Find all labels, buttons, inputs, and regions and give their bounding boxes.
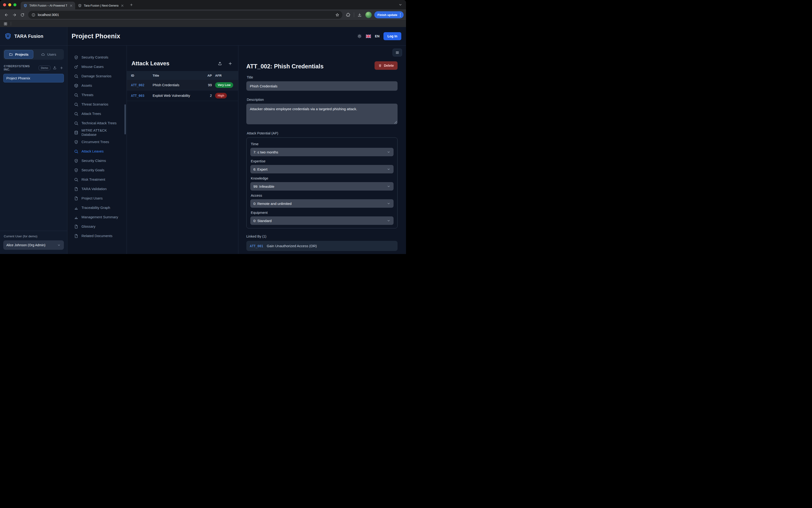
nav-item-glossary[interactable]: Glossary xyxy=(67,222,127,231)
nav-item-management-summary[interactable]: Management Summary xyxy=(67,213,127,222)
nav-item-threats[interactable]: Threats xyxy=(67,90,127,100)
chevron-down-icon xyxy=(387,184,390,188)
language-label[interactable]: EN xyxy=(375,34,379,38)
main-column: Project Phoenix E xyxy=(67,27,406,254)
nav-item-project-users[interactable]: Project Users xyxy=(67,194,127,203)
file-icon xyxy=(74,196,79,201)
detail-heading: ATT_002: Phish Credentials xyxy=(246,63,324,70)
nav-item-attack-leaves[interactable]: Attack Leaves xyxy=(67,147,127,156)
nav-item-attack-trees[interactable]: Attack Trees xyxy=(67,109,127,118)
column-header-title: Title xyxy=(153,74,200,77)
plus-icon xyxy=(130,3,133,7)
nav-item-related-documents[interactable]: Related Documents xyxy=(67,231,127,241)
organization-row: CYBERSYSTEMS INC. Demo xyxy=(4,65,63,71)
organization-name: CYBERSYSTEMS INC. xyxy=(4,65,36,71)
chevron-down-icon xyxy=(387,219,390,222)
zoom-window-button[interactable] xyxy=(13,3,16,6)
tab-search-chevron-icon[interactable] xyxy=(398,3,402,7)
nav-item-assets[interactable]: Assets xyxy=(67,81,127,90)
add-project-icon[interactable] xyxy=(60,66,63,70)
detail-panel: ATT_002: Phish Credentials Delete Title … xyxy=(238,46,406,254)
attack-leaves-table: IDTitleAPAFR ATT_002Phish Credentials99V… xyxy=(127,71,238,101)
nav-item-risk-treatment[interactable]: Risk Treatment xyxy=(67,175,127,184)
search-icon xyxy=(74,93,79,97)
table-row-att-002[interactable]: ATT_002Phish Credentials99Very Low xyxy=(127,80,238,90)
select-equipment[interactable]: 0: Standard xyxy=(250,216,393,225)
nav-item-technical-attack-trees[interactable]: Technical Attack Trees xyxy=(67,118,127,128)
nav-item-label: Security Claims xyxy=(82,159,106,163)
select-value: 99: Infeasible xyxy=(253,184,274,188)
nav-item-security-controls[interactable]: Security Controls xyxy=(67,53,127,62)
select-access[interactable]: 0: Remote and unlimited xyxy=(250,199,393,208)
export-icon[interactable] xyxy=(53,66,57,70)
select-knowledge[interactable]: 99: Infeasible xyxy=(250,182,393,190)
tab-close-icon[interactable] xyxy=(69,4,73,7)
close-window-button[interactable] xyxy=(3,3,6,6)
bar-chart-icon xyxy=(74,206,79,210)
bookmark-star-icon[interactable] xyxy=(335,13,340,17)
nav-item-threat-scenarios[interactable]: Threat Scenarios xyxy=(67,100,127,109)
new-tab-button[interactable] xyxy=(128,2,134,8)
login-button[interactable]: Log In xyxy=(383,32,401,40)
nav-item-security-claims[interactable]: Security Claims xyxy=(67,156,127,166)
tab-close-icon[interactable] xyxy=(121,4,124,7)
finish-update-button[interactable]: Finish update xyxy=(374,11,404,18)
toggle-users[interactable]: Users xyxy=(35,50,63,59)
minimize-window-button[interactable] xyxy=(8,3,11,6)
browser-window: TARA Fusion – AI-Powered Th Tara-Fusion … xyxy=(0,0,406,254)
nav-item-tara-validation[interactable]: TARA Validation xyxy=(67,184,127,194)
nav-item-damage-scenarios[interactable]: Damage Scenarios xyxy=(67,72,127,81)
sidebar-item-project-phoenix[interactable]: Project Phoenix xyxy=(3,74,64,82)
current-user-select[interactable]: Alice Johnson (Org Admin) xyxy=(3,240,64,250)
nav-item-label: Attack Trees xyxy=(82,112,101,116)
site-info-icon[interactable] xyxy=(32,13,36,17)
linked-item-att-001[interactable]: ATT_001Gain Unauthorized Access (OR) xyxy=(246,241,397,251)
app-logo: TARA Fusion xyxy=(0,27,67,46)
address-bar[interactable]: localhost:3001 xyxy=(28,11,342,19)
current-user-label: Current User (for demo) xyxy=(4,235,63,238)
back-button[interactable] xyxy=(2,11,10,19)
reload-button[interactable] xyxy=(18,11,26,19)
extensions-button[interactable] xyxy=(344,11,352,19)
table-row-att-003[interactable]: ATT_003Exploit Web Vulnerability2High xyxy=(127,90,238,101)
bar-chart-icon xyxy=(74,215,79,219)
downloads-button[interactable] xyxy=(356,11,364,19)
browser-tab-inactive[interactable]: Tara-Fusion | Next-Generatio xyxy=(75,2,126,9)
nav-item-mitre-att-ck-database[interactable]: MITRE ATT&CK Database xyxy=(67,128,127,137)
nav-item-label: Threat Scenarios xyxy=(82,102,108,107)
description-textarea[interactable]: Attacker obtains employee credentials vi… xyxy=(246,103,397,124)
browser-menu-icon[interactable] xyxy=(398,12,403,17)
select-expertise[interactable]: 6: Expert xyxy=(250,165,393,173)
browser-tab-active[interactable]: TARA Fusion – AI-Powered Th xyxy=(21,2,75,9)
file-icon xyxy=(74,234,79,238)
field-label-expertise: Expertise xyxy=(251,159,393,163)
nav-item-label: Assets xyxy=(82,83,92,88)
apps-grid-icon[interactable] xyxy=(3,22,7,26)
title-input[interactable]: Phish Credentials xyxy=(246,81,397,91)
menu-button[interactable] xyxy=(393,49,402,56)
linked-item-text: Gain Unauthorized Access (OR) xyxy=(267,244,317,248)
nav-item-security-goals[interactable]: Security Goals xyxy=(67,166,127,175)
nav-item-label: Damage Scenarios xyxy=(82,74,111,78)
puzzle-icon xyxy=(346,13,350,17)
add-attack-leaf-icon[interactable] xyxy=(228,61,233,66)
table-header: IDTitleAPAFR xyxy=(127,71,238,80)
uk-flag-icon[interactable] xyxy=(366,35,371,38)
shield-logo-icon xyxy=(4,33,11,40)
delete-button[interactable]: Delete xyxy=(375,61,397,70)
export-icon[interactable] xyxy=(218,61,222,66)
select-time[interactable]: 7: ≤ two months xyxy=(250,148,393,156)
nav-item-circumvent-trees[interactable]: Circumvent Trees xyxy=(67,137,127,147)
toggle-projects[interactable]: Projects xyxy=(4,50,33,59)
toggle-projects-label: Projects xyxy=(15,53,29,56)
forward-button[interactable] xyxy=(10,11,18,19)
nav-scrollbar[interactable] xyxy=(125,104,126,134)
select-value: 7: ≤ two months xyxy=(253,150,278,154)
column-header-ap: AP xyxy=(200,74,212,77)
nav-item-traceability-graph[interactable]: Traceability Graph xyxy=(67,203,127,213)
project-nav: Security ControlsMisuse CasesDamage Scen… xyxy=(67,46,127,254)
nav-item-misuse-cases[interactable]: Misuse Cases xyxy=(67,62,127,72)
profile-avatar[interactable] xyxy=(365,12,372,18)
chevron-down-icon xyxy=(387,167,390,171)
theme-toggle-sun-icon[interactable] xyxy=(357,34,362,39)
